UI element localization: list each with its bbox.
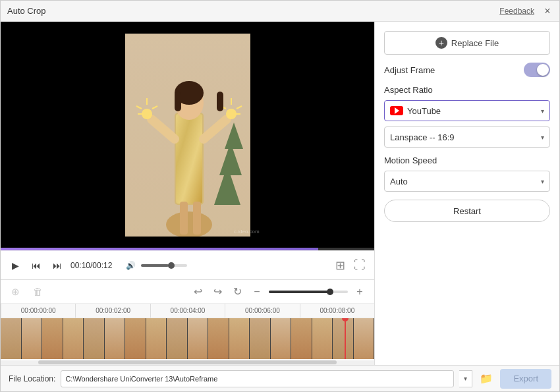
svg-point-12 [142,109,152,119]
titlebar-actions: Feedback × [499,6,553,16]
dropdown-left: YouTube [390,106,441,116]
feedback-link[interactable]: Feedback [499,7,534,16]
thumb-10 [188,318,209,359]
volume-thumb [168,262,175,269]
undo-button[interactable]: ↩ [190,284,206,300]
main-window: Auto Crop Feedback × [0,0,560,392]
zoom-thumb [327,289,333,295]
svg-rect-27 [193,202,201,235]
delete-clip-button[interactable]: 🗑 [30,284,45,300]
window-title: Auto Crop [7,6,46,16]
landscape-dropdown[interactable]: Lanspace -- 16:9 ▾ [384,126,550,148]
titlebar: Auto Crop Feedback × [1,1,559,22]
youtube-icon [390,106,403,115]
thumb-6 [105,318,126,359]
video-frame-container: c.ideo.com [1,22,374,248]
export-button[interactable]: Export [500,369,551,389]
thumb-13 [250,318,271,359]
svg-point-13 [226,109,237,119]
thumb-12 [229,318,250,359]
ruler-marks: 00:00:00:00 00:00:02:00 00:00:04:00 00:0… [1,304,374,318]
timeline-thumbnails [1,318,374,359]
zoom-in-button[interactable]: + [352,284,368,300]
thumb-15 [291,318,312,359]
ruler-mark-2: 00:00:04:00 [150,304,225,318]
ruler-mark-1: 00:00:02:00 [75,304,150,318]
svg-rect-24 [175,92,181,111]
zoom-fill [269,291,328,293]
thumb-1 [1,318,22,359]
youtube-dropdown[interactable]: YouTube ▾ [384,100,550,121]
add-clip-button[interactable]: ⊕ [7,284,23,300]
fullscreen-buttons: ⊞ ⛶ [332,258,368,273]
controls-bar: ▶ ⏮ ⏭ 00:10/00:12 🔊 ⊞ ⛶ [1,250,374,279]
restart-button[interactable]: Restart [384,200,550,222]
landscape-dropdown-left: Lanspace -- 16:9 [390,132,455,142]
progress-fill [1,248,318,250]
adjust-frame-row: Adjust Frame [384,63,550,77]
main-content: c.ideo.com [1,22,559,365]
motion-dropdown-left: Auto [390,177,408,186]
thumb-2 [22,318,43,359]
dropdown-arrow-icon: ▾ [541,107,544,115]
svg-rect-26 [180,202,188,235]
plus-icon: + [435,37,447,49]
thumb-3 [42,318,63,359]
zoom-out-button[interactable]: − [249,284,265,300]
skip-forward-button[interactable]: ⏭ [49,258,65,273]
playhead[interactable] [345,318,346,359]
redo-button[interactable]: ↪ [210,284,225,300]
file-location-label: File Location: [9,374,55,383]
zoom-controls: ↩ ↪ ↻ − + [190,284,368,300]
fullscreen-button[interactable]: ⛶ [352,258,368,273]
adjust-frame-label: Adjust Frame [384,65,435,75]
volume-area: 🔊 [123,258,187,273]
skip-back-button[interactable]: ⏮ [28,258,44,273]
landscape-label: Lanspace -- 16:9 [390,132,455,142]
yt-play-icon [395,107,399,114]
youtube-label: YouTube [407,106,441,116]
play-button[interactable]: ▶ [7,258,23,273]
svg-text:c.ideo.com: c.ideo.com [234,229,260,235]
folder-button[interactable]: 📁 [478,370,495,387]
video-content: c.ideo.com [10,34,366,237]
thumb-14 [271,318,292,359]
ruler-mark-4: 00:00:08:00 [300,304,374,318]
crop-view-button[interactable]: ⊞ [332,258,348,273]
aspect-ratio-label: Aspect Ratio [384,85,550,95]
landscape-arrow-icon: ▾ [541,134,544,141]
bottom-bar: File Location: ▾ 📁 Export [1,365,559,391]
motion-speed-dropdown[interactable]: Auto ▾ [384,171,550,192]
replace-file-label: Replace File [451,38,499,48]
thumb-17 [333,318,354,359]
refresh-button[interactable]: ↻ [229,284,245,300]
timeline-track[interactable] [1,318,374,359]
file-path-dropdown-button[interactable]: ▾ [459,370,472,387]
progress-bar[interactable] [1,248,374,250]
timeline-toolbar: ⊕ 🗑 ↩ ↪ ↻ − + [1,280,374,304]
time-display: 00:10/00:12 [70,261,112,270]
thumb-4 [63,318,84,359]
file-path-input[interactable] [61,370,454,387]
ruler-mark-3: 00:00:06:00 [225,304,299,318]
video-area: c.ideo.com [1,22,374,248]
restart-label: Restart [453,206,481,216]
svg-rect-25 [217,92,223,111]
motion-speed-label: Motion Speed [384,155,550,165]
adjust-frame-toggle[interactable] [524,63,550,77]
zoom-slider[interactable] [269,291,348,293]
volume-slider[interactable] [141,264,187,267]
video-bg: c.ideo.com [1,22,374,248]
volume-icon[interactable]: 🔊 [123,258,138,273]
thumb-18 [354,318,375,359]
motion-speed-section: Motion Speed Auto ▾ [384,155,550,192]
timeline-scroll[interactable] [1,360,374,365]
timeline-scrollbar [38,360,337,364]
timeline-area: ⊕ 🗑 ↩ ↪ ↻ − + [1,279,374,365]
toggle-thumb [537,64,549,76]
replace-file-button[interactable]: + Replace File [384,31,550,55]
ruler-mark-0: 00:00:00:00 [1,304,75,318]
aspect-ratio-section: Aspect Ratio YouTube ▾ Lanspace -- 16:9 [384,85,550,148]
volume-fill [141,264,169,267]
close-button[interactable]: × [542,6,553,16]
